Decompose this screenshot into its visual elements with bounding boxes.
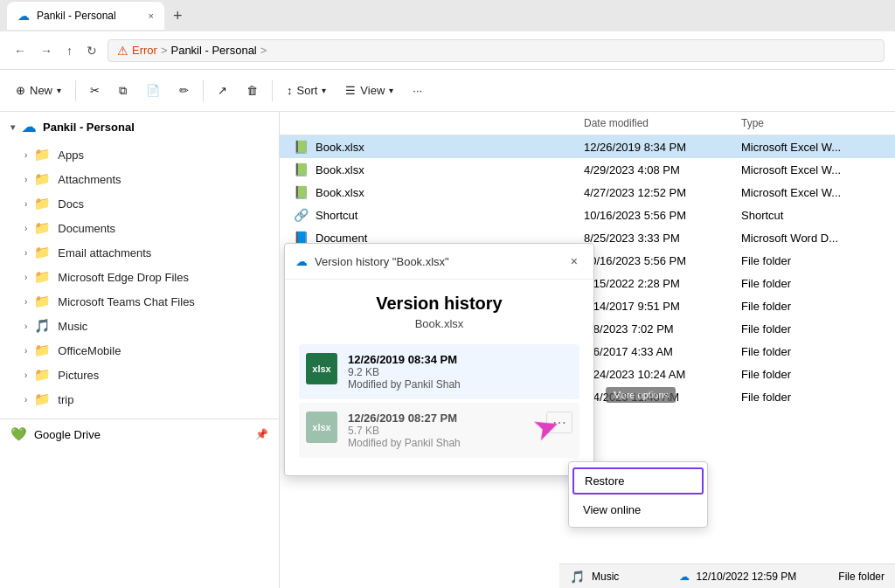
share-btn[interactable]: ↗	[209, 79, 236, 102]
view-btn[interactable]: ☰ View ▾	[336, 79, 402, 102]
breadcrumb-sep1: >	[161, 44, 168, 57]
rename-btn[interactable]: ✏	[170, 79, 198, 102]
new-chevron-icon: ▾	[57, 86, 61, 95]
forward-btn[interactable]: →	[37, 40, 56, 61]
cut-icon: ✂	[90, 84, 100, 97]
cut-btn[interactable]: ✂	[81, 79, 108, 102]
error-label: Error	[132, 44, 157, 57]
sort-icon: ↕	[287, 84, 293, 97]
sidebar-item-officemobile[interactable]: › 📁 OfficeMobile	[0, 338, 279, 363]
tab-close-btn[interactable]: ×	[149, 10, 154, 21]
delete-btn[interactable]: 🗑	[238, 79, 267, 102]
docs-folder-icon: 📁	[34, 196, 51, 211]
more-btn[interactable]: ···	[404, 79, 431, 102]
toolbar-sep2	[203, 80, 204, 101]
paste-icon: 📄	[146, 84, 160, 97]
sidebar-item-music-label: Music	[58, 320, 87, 333]
new-tab-btn[interactable]: +	[168, 7, 188, 25]
copy-btn[interactable]: ⧉	[110, 79, 135, 103]
version-filename: Book.xlsx	[299, 317, 579, 330]
toolbar: ⊕ New ▾ ✂ ⧉ 📄 ✏ ↗ 🗑 ↕ Sort ▾ ☰ View ▾ ··…	[0, 70, 895, 112]
officemobile-folder-icon: 📁	[34, 342, 51, 358]
version-date-0: 12/26/2019 08:34 PM	[348, 353, 572, 366]
version-icon-0: xlsx	[306, 353, 337, 384]
music-folder-icon: 🎵	[34, 318, 51, 334]
up-btn[interactable]: ↑	[63, 40, 76, 61]
version-history-title: Version history	[299, 294, 579, 314]
sort-btn[interactable]: ↕ Sort ▾	[278, 79, 335, 102]
new-btn[interactable]: ⊕ New ▾	[7, 79, 70, 102]
sidebar-item-chevron: ›	[24, 346, 27, 356]
sidebar-item-teams-label: Microsoft Teams Chat Files	[58, 295, 195, 308]
sidebar-item-apps[interactable]: › 📁 Apps	[0, 142, 279, 167]
sidebar-item-chevron: ›	[24, 248, 27, 258]
trip-folder-icon: 📁	[34, 391, 51, 407]
address-bar: ← → ↑ ↻ ⚠ Error > Pankil - Personal >	[0, 31, 895, 70]
version-size-0: 9.2 KB	[348, 366, 572, 378]
share-icon: ↗	[218, 84, 227, 97]
sidebar-item-trip[interactable]: › 📁 trip	[0, 387, 279, 412]
context-menu: Restore View online	[568, 461, 708, 528]
modal-title-text: Version history "Book.xlsx"	[315, 255, 559, 268]
sidebar-item-pictures-label: Pictures	[58, 369, 99, 382]
sidebar-item-docs[interactable]: › 📁 Docs	[0, 191, 279, 216]
pin-icon: 📌	[255, 428, 268, 440]
sort-label: Sort	[297, 84, 318, 97]
sidebar-item-pictures[interactable]: › 📁 Pictures	[0, 363, 279, 387]
email-attachments-folder-icon: 📁	[34, 245, 51, 260]
main-layout: ▾ ☁ Pankil - Personal › 📁 Apps › 📁 Attac…	[0, 112, 895, 588]
breadcrumb-error: ⚠ Error	[117, 44, 157, 58]
sidebar-root-chevron: ▾	[10, 122, 15, 132]
paste-btn[interactable]: 📄	[137, 79, 169, 102]
apps-folder-icon: 📁	[34, 147, 51, 163]
sidebar-item-email-attachments-label: Email attachments	[58, 246, 151, 259]
sidebar-item-edge-drop-label: Microsoft Edge Drop Files	[58, 271, 189, 284]
version-author-1: Modified by Pankil Shah	[348, 437, 536, 449]
context-menu-view-online[interactable]: View online	[569, 496, 707, 523]
sidebar-item-chevron: ›	[24, 322, 27, 331]
more-options-tooltip: More options	[606, 387, 676, 403]
context-menu-restore[interactable]: Restore	[572, 467, 704, 495]
breadcrumb[interactable]: ⚠ Error > Pankil - Personal >	[108, 39, 885, 62]
back-btn[interactable]: ←	[10, 40, 30, 61]
version-item-0[interactable]: xlsx 12/26/2019 08:34 PM 9.2 KB Modified…	[299, 344, 579, 399]
error-icon: ⚠	[117, 44, 128, 58]
sidebar-item-chevron: ›	[24, 370, 27, 380]
sidebar-item-documents[interactable]: › 📁 Documents	[0, 216, 279, 240]
documents-folder-icon: 📁	[34, 220, 51, 236]
sidebar-item-music[interactable]: › 🎵 Music	[0, 314, 279, 338]
tab-title: Pankil - Personal	[37, 10, 116, 22]
copy-icon: ⧉	[119, 84, 127, 98]
onedrive-sidebar-icon: ☁	[22, 119, 36, 135]
breadcrumb-sep2: >	[260, 44, 267, 57]
version-icon-1: xlsx	[306, 412, 337, 443]
sidebar-item-teams[interactable]: › 📁 Microsoft Teams Chat Files	[0, 289, 279, 314]
sidebar-item-officemobile-label: OfficeMobile	[58, 344, 121, 357]
sidebar-item-attachments[interactable]: › 📁 Attachments	[0, 167, 279, 191]
sidebar-item-chevron: ›	[24, 297, 27, 307]
sidebar-item-chevron: ›	[24, 395, 27, 405]
sidebar-item-chevron: ›	[24, 199, 27, 209]
more-icon: ···	[413, 84, 422, 97]
sidebar-item-chevron: ›	[24, 150, 27, 160]
active-tab[interactable]: ☁ Pankil - Personal ×	[7, 2, 164, 30]
onedrive-tab-icon: ☁	[17, 9, 30, 23]
version-info-0: 12/26/2019 08:34 PM 9.2 KB Modified by P…	[348, 353, 572, 391]
modal-overlay: ☁ Version history "Book.xlsx" × Version …	[280, 112, 895, 588]
sidebar-item-email-attachments[interactable]: › 📁 Email attachments	[0, 240, 279, 265]
view-icon: ☰	[345, 84, 356, 97]
modal-close-btn[interactable]: ×	[565, 252, 583, 270]
modal-onedrive-icon: ☁	[295, 254, 308, 268]
sidebar-item-attachments-label: Attachments	[58, 173, 121, 186]
tab-bar: ☁ Pankil - Personal × +	[0, 0, 895, 31]
rename-icon: ✏	[179, 84, 189, 97]
restore-label: Restore	[585, 474, 625, 488]
pictures-folder-icon: 📁	[34, 367, 51, 383]
sidebar-item-edge-drop[interactable]: › 📁 Microsoft Edge Drop Files	[0, 265, 279, 289]
sidebar-google-drive[interactable]: 💚 Google Drive 📌	[0, 419, 279, 449]
version-size-1: 5.7 KB	[348, 425, 536, 437]
sidebar-root[interactable]: ▾ ☁ Pankil - Personal	[0, 112, 279, 142]
refresh-btn[interactable]: ↻	[83, 40, 101, 61]
sidebar-item-chevron: ›	[24, 175, 27, 184]
sidebar-item-documents-label: Documents	[58, 222, 115, 235]
